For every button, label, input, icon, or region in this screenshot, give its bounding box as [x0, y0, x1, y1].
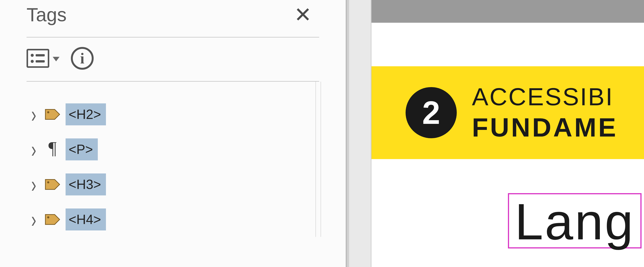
section-number-badge: 2	[406, 87, 457, 138]
tag-icon	[44, 176, 61, 193]
tag-label: <P>	[66, 138, 98, 160]
tags-options-menu[interactable]	[26, 49, 60, 68]
document-page: 2 ACCESSIBI FUNDAME Lang	[372, 66, 644, 249]
tag-tree-row-h3[interactable]: › <H3>	[26, 167, 319, 202]
selected-heading-box[interactable]: Lang	[508, 193, 642, 249]
tag-icon	[44, 211, 61, 228]
svg-marker-2	[46, 179, 60, 189]
tags-panel-header: Tags ✕	[26, 4, 319, 37]
panel-resize-gutter[interactable]	[347, 0, 372, 267]
tags-info-button[interactable]: i	[71, 47, 94, 70]
tags-panel-toolbar: i	[26, 37, 319, 82]
tag-label: <H2>	[66, 103, 106, 125]
svg-marker-0	[46, 109, 60, 119]
chevron-down-icon	[53, 57, 60, 61]
tags-panel-inner: Tags ✕ i ›	[26, 4, 319, 237]
banner-line-1: ACCESSIBI	[472, 83, 618, 111]
tag-label: <H4>	[66, 209, 106, 231]
tags-panel: Tags ✕ i ›	[0, 0, 347, 267]
tag-tree-row-h4[interactable]: › <H4>	[26, 202, 319, 237]
app-root: Tags ✕ i ›	[0, 0, 644, 267]
tag-label: <H3>	[66, 173, 106, 195]
tree-scrollbar[interactable]	[315, 82, 321, 237]
section-banner-text: ACCESSIBI FUNDAME	[472, 83, 618, 143]
tag-tree-row-h2[interactable]: › <H2>	[26, 97, 319, 132]
svg-point-3	[47, 181, 49, 183]
expand-chevron-icon[interactable]: ›	[28, 138, 40, 161]
heading-text-fragment: Lang	[515, 196, 635, 247]
expand-chevron-icon[interactable]: ›	[28, 173, 40, 196]
svg-point-5	[47, 216, 49, 218]
paragraph-icon: ¶	[44, 140, 61, 157]
svg-point-1	[47, 111, 49, 113]
tag-icon	[44, 106, 61, 123]
tag-tree-row-p[interactable]: › ¶ <P>	[26, 132, 319, 167]
list-options-icon	[26, 49, 49, 68]
document-view[interactable]: 2 ACCESSIBI FUNDAME Lang	[372, 0, 644, 267]
banner-line-2: FUNDAME	[472, 112, 618, 143]
info-icon: i	[80, 51, 84, 66]
section-banner: 2 ACCESSIBI FUNDAME	[372, 66, 644, 159]
tags-tree: › <H2> › ¶ <P> ›	[26, 82, 319, 237]
close-panel-button[interactable]: ✕	[294, 4, 319, 25]
page-gap	[372, 0, 644, 23]
tags-panel-title: Tags	[26, 4, 66, 25]
svg-marker-4	[46, 214, 60, 224]
expand-chevron-icon[interactable]: ›	[28, 208, 40, 231]
expand-chevron-icon[interactable]: ›	[28, 103, 40, 126]
